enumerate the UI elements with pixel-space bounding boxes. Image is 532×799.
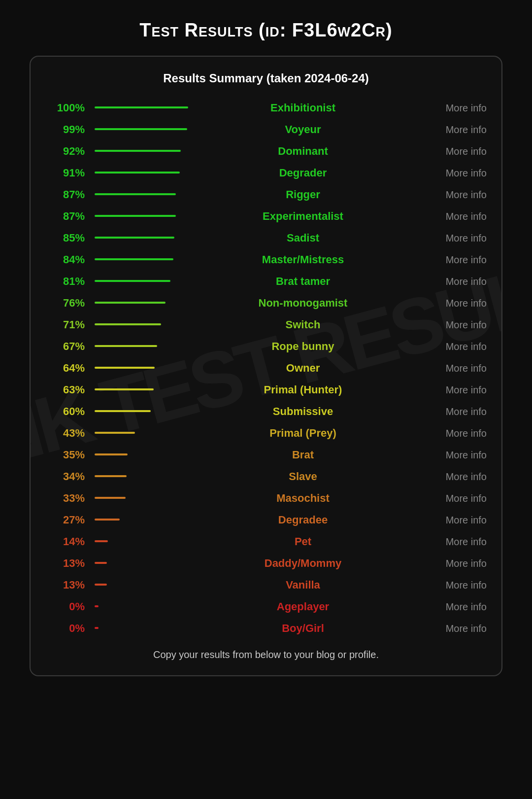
result-bar-fill: [95, 215, 176, 217]
more-info-button[interactable]: More info: [408, 276, 487, 287]
result-row: 63%Primal (Hunter)More info: [40, 379, 492, 401]
result-row: 85%SadistMore info: [40, 227, 492, 249]
result-row: 99%VoyeurMore info: [40, 119, 492, 140]
result-percent: 76%: [45, 297, 90, 310]
result-percent: 64%: [45, 362, 90, 375]
result-bar-col: [90, 172, 198, 174]
more-info-button[interactable]: More info: [408, 536, 487, 548]
result-row: 33%MasochistMore info: [40, 487, 492, 509]
result-percent: 91%: [45, 167, 90, 179]
more-info-button[interactable]: More info: [408, 189, 487, 201]
result-row: 0%AgeplayerMore info: [40, 596, 492, 618]
result-label: Exhibitionist: [198, 102, 408, 114]
result-label: Daddy/Mommy: [198, 557, 408, 570]
result-bar-col: [90, 323, 198, 326]
result-bar-fill: [95, 432, 135, 434]
result-bar-col: [90, 106, 198, 109]
result-label: Voyeur: [198, 123, 408, 136]
more-info-button[interactable]: More info: [408, 384, 487, 396]
result-bar-col: [90, 627, 198, 630]
result-percent: 99%: [45, 123, 90, 136]
result-bar-col: [90, 605, 198, 608]
more-info-button[interactable]: More info: [408, 211, 487, 222]
result-bar-fill: [95, 193, 176, 195]
result-bar-fill: [95, 562, 107, 564]
more-info-button[interactable]: More info: [408, 124, 487, 136]
result-bar-fill: [95, 497, 126, 499]
more-info-button[interactable]: More info: [408, 254, 487, 266]
more-info-button[interactable]: More info: [408, 298, 487, 309]
result-percent: 92%: [45, 145, 90, 158]
result-row: 27%DegradeeMore info: [40, 509, 492, 531]
more-info-button[interactable]: More info: [408, 341, 487, 352]
result-bar-col: [90, 258, 198, 261]
result-row: 0%Boy/GirlMore info: [40, 618, 492, 639]
more-info-button[interactable]: More info: [408, 580, 487, 591]
result-bar-fill: [95, 258, 173, 260]
result-label: Degrader: [198, 167, 408, 179]
result-bar-col: [90, 497, 198, 500]
result-row: 76%Non-monogamistMore info: [40, 292, 492, 314]
result-label: Non-monogamist: [198, 297, 408, 310]
more-info-button[interactable]: More info: [408, 319, 487, 331]
result-percent: 63%: [45, 383, 90, 396]
result-row: 87%ExperimentalistMore info: [40, 206, 492, 227]
result-label: Switch: [198, 318, 408, 331]
result-bar-fill: [95, 106, 188, 108]
result-label: Ageplayer: [198, 600, 408, 613]
result-bar-fill: [95, 584, 107, 586]
result-bar-col: [90, 345, 198, 348]
more-info-button[interactable]: More info: [408, 515, 487, 526]
page-title: Test Results (id: F3L6w2Cr): [139, 20, 393, 41]
result-bar-fill: [95, 323, 161, 325]
result-bar-fill: [95, 367, 155, 369]
result-bar-col: [90, 432, 198, 435]
more-info-button[interactable]: More info: [408, 623, 487, 634]
more-info-button[interactable]: More info: [408, 103, 487, 114]
result-bar-fill: [95, 388, 154, 390]
result-bar-fill: [95, 475, 127, 477]
result-percent: 33%: [45, 492, 90, 505]
more-info-button[interactable]: More info: [408, 168, 487, 179]
result-bar-col: [90, 215, 198, 218]
result-bar-col: [90, 410, 198, 413]
result-row: 67%Rope bunnyMore info: [40, 336, 492, 357]
result-bar-col: [90, 562, 198, 565]
more-info-button[interactable]: More info: [408, 233, 487, 244]
result-label: Primal (Prey): [198, 427, 408, 440]
result-label: Submissive: [198, 405, 408, 418]
result-row: 14%PetMore info: [40, 531, 492, 553]
result-row: 81%Brat tamerMore info: [40, 271, 492, 292]
result-percent: 100%: [45, 102, 90, 114]
result-percent: 27%: [45, 514, 90, 526]
more-info-button[interactable]: More info: [408, 601, 487, 613]
result-percent: 13%: [45, 579, 90, 591]
more-info-button[interactable]: More info: [408, 363, 487, 374]
result-row: 13%VanillaMore info: [40, 574, 492, 596]
result-row: 34%SlaveMore info: [40, 466, 492, 487]
result-row: 71%SwitchMore info: [40, 314, 492, 336]
result-bar-col: [90, 367, 198, 370]
result-row: 92%DominantMore info: [40, 140, 492, 162]
result-row: 35%BratMore info: [40, 444, 492, 466]
more-info-button[interactable]: More info: [408, 428, 487, 439]
more-info-button[interactable]: More info: [408, 450, 487, 461]
result-bar-col: [90, 584, 198, 587]
more-info-button[interactable]: More info: [408, 471, 487, 483]
result-percent: 34%: [45, 470, 90, 483]
more-info-button[interactable]: More info: [408, 406, 487, 417]
more-info-button[interactable]: More info: [408, 493, 487, 504]
result-bar-col: [90, 302, 198, 305]
footer-text: Copy your results from below to your blo…: [40, 649, 492, 660]
more-info-button[interactable]: More info: [408, 558, 487, 569]
result-row: 60%SubmissiveMore info: [40, 401, 492, 422]
result-label: Masochist: [198, 492, 408, 505]
result-bar-fill: [95, 302, 166, 304]
result-label: Rigger: [198, 188, 408, 201]
result-bar-fill: [95, 605, 99, 607]
result-bar-fill: [95, 540, 108, 542]
result-label: Slave: [198, 470, 408, 483]
result-label: Pet: [198, 535, 408, 548]
result-percent: 0%: [45, 600, 90, 613]
more-info-button[interactable]: More info: [408, 146, 487, 157]
